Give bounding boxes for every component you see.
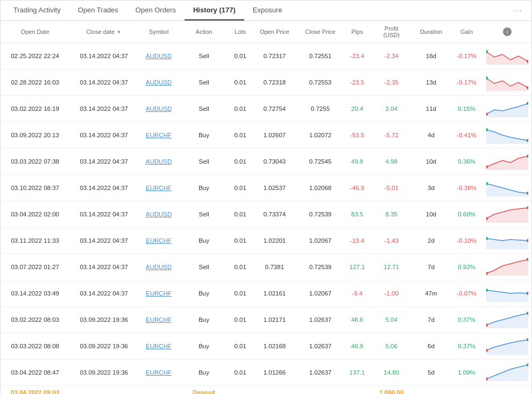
duration: 7d [412,307,450,333]
symbol: AUDUSD [138,149,179,175]
close-price: 1.02072 [297,122,344,149]
symbol: EURCHF [138,122,179,149]
duration: 5d [412,360,450,386]
symbol-link[interactable]: EURCHF [146,185,172,191]
close-price: 1.02067 [297,228,344,254]
lots: 0.01 [229,360,252,386]
info-icon[interactable]: i [503,27,512,36]
lots: 0.01 [229,228,252,254]
symbol-link[interactable]: AUDUSD [146,158,172,165]
action: Deposit [179,386,229,395]
action: Sell [179,69,229,96]
symbol-link[interactable]: EURCHF [146,369,172,376]
symbol: AUDUSD [138,69,179,96]
col-symbol: Symbol [138,21,179,43]
close-price: 1.02068 [297,175,344,201]
gain: 0.37% [450,333,483,360]
more-options-button[interactable]: ··· [508,2,527,20]
open-price: 1.02607 [252,122,297,149]
pips: -9.4 [343,280,371,307]
lots: 0.01 [229,333,252,360]
close-price: 0.7255 [297,96,344,122]
gain: 0.60% [450,201,483,228]
lots: 0.01 [229,43,252,69]
action: Buy [179,333,229,360]
lots: 0.01 [229,175,252,201]
pips [343,386,371,395]
open-price: 1.02168 [252,333,297,360]
col-action: Action [179,21,229,43]
col-open-date: Open Date [1,21,69,43]
svg-marker-30 [486,313,528,328]
close-date: 03.14.2022 04:37 [69,122,138,149]
close-date: 03.09.2022 19:36 [69,307,138,333]
lots: 0.01 [229,201,252,228]
duration: 3d [412,175,450,201]
close-date: 03.14.2022 04:37 [69,228,138,254]
close-date: 03.09.2022 19:36 [69,333,138,360]
col-lots: Lots [229,21,252,43]
duration: 10d [412,201,450,228]
chart [483,149,531,175]
open-date: 03.14.2022 03:49 [1,280,69,307]
symbol-link[interactable]: EURCHF [146,343,172,349]
symbol-link[interactable]: AUDUSD [146,53,172,59]
close-date: 03.14.2022 04:37 [69,69,138,96]
pips: -23.4 [343,43,371,69]
chart [483,201,531,228]
gain: -0.41% [450,122,483,149]
gain: -0.10% [450,228,483,254]
chart [483,228,531,254]
profit: -1.00 [371,280,412,307]
pips: -23.5 [343,69,371,96]
symbol: AUDUSD [138,201,179,228]
chart [483,122,531,149]
col-close-price: Close Price [297,21,344,43]
open-price: 1.02201 [252,228,297,254]
symbol-link[interactable]: AUDUSD [146,264,172,270]
symbol: EURCHF [138,360,179,386]
symbol-link[interactable]: EURCHF [146,237,172,244]
open-date: 03.09.2022 20:13 [1,122,69,149]
pips: -13.4 [343,228,371,254]
action: Sell [179,43,229,69]
close-date [69,386,138,395]
tab-open-orders[interactable]: Open Orders [127,1,185,20]
duration: 2d [412,228,450,254]
trading-widget: Trading Activity Open Trades Open Orders… [0,0,532,394]
gain: -0.17% [450,43,483,69]
col-open-price: Open Price [252,21,297,43]
close-price: 0.72551 [297,43,344,69]
tab-exposure[interactable]: Exposure [244,1,291,20]
profit: -1.43 [371,228,412,254]
col-chart: i [483,21,531,43]
col-duration: Duration [412,21,450,43]
tab-trading-activity[interactable]: Trading Activity [5,1,69,20]
duration: 16d [412,43,450,69]
gain [450,386,483,395]
open-price: 0.73043 [252,149,297,175]
open-date: 03.03.2022 08:08 [1,333,69,360]
symbol-link[interactable]: EURCHF [146,290,172,297]
chart [483,386,531,395]
symbol-link[interactable]: AUDUSD [146,79,172,86]
tab-bar: Trading Activity Open Trades Open Orders… [1,1,531,21]
symbol: AUDUSD [138,254,179,280]
duration [412,386,450,395]
duration: 10d [412,149,450,175]
symbol-link[interactable]: AUDUSD [146,105,172,112]
duration: 6d [412,333,450,360]
tab-history[interactable]: History (177) [185,1,244,20]
open-date: 02.25.2022 22:24 [1,43,69,69]
duration: 4d [412,122,450,149]
lots: 0.01 [229,149,252,175]
symbol-link[interactable]: EURCHF [146,316,172,323]
tab-open-trades[interactable]: Open Trades [69,1,127,20]
close-price: 0.72545 [297,149,344,175]
symbol-link[interactable]: EURCHF [146,132,172,138]
col-close-date[interactable]: Close date ▼ [69,21,138,43]
table-header: Open Date Close date ▼ Symbol Action Lot… [1,21,531,43]
symbol-link[interactable]: AUDUSD [146,211,172,217]
lots: 0.01 [229,254,252,280]
table-wrap: Open Date Close date ▼ Symbol Action Lot… [1,21,531,394]
